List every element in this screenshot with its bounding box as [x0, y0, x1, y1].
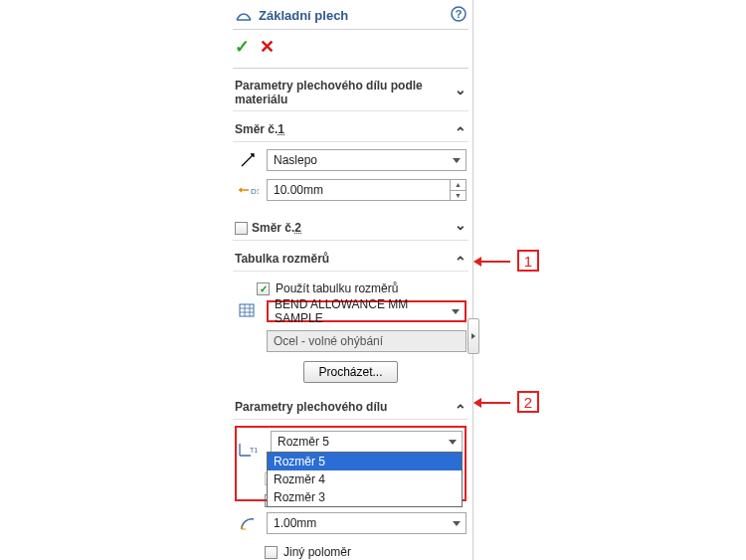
section-sheet-params: Parametry plechového dílu Rozměr 5 Rozmě… — [233, 393, 468, 560]
section-direction-1: Směr č. 1 Naslepo D1 10.00mm — [233, 115, 468, 210]
jiny-polomer-checkbox[interactable] — [265, 546, 278, 559]
end-condition-value: Naslepo — [274, 153, 317, 167]
ok-button[interactable]: ✓ — [235, 36, 250, 58]
property-panel: Základní plech ? ✓ ✕ Parametry plechovéh… — [229, 0, 473, 560]
callout-1: 1 — [517, 250, 539, 272]
size-option[interactable]: Rozměr 5 — [268, 453, 462, 470]
depth-spinbox[interactable]: 10.00mm ▲ ▼ — [267, 179, 466, 201]
size-select[interactable]: Rozměr 5 — [271, 431, 463, 453]
confirm-row: ✓ ✕ — [233, 30, 468, 69]
radius-select[interactable]: 1.00mm — [267, 512, 466, 534]
size-option[interactable]: Rozměr 4 — [268, 470, 462, 488]
sheet-params-body: Rozměr 5 Rozměr 5 Rozměr 4 Rozměr 3 T1 — [233, 420, 468, 560]
callout-arrow-2 — [474, 402, 510, 404]
sheet-params-title: Parametry plechového dílu — [235, 400, 387, 414]
callout-arrow-1 — [474, 261, 510, 263]
depth-value: 10.00mm — [274, 183, 323, 197]
depth-icon: D1 — [235, 178, 261, 202]
chevron-down-icon[interactable] — [455, 85, 466, 100]
chevron-down-icon[interactable] — [455, 220, 466, 236]
section-header-sheet-params[interactable]: Parametry plechového dílu — [233, 393, 468, 420]
direction1-title-prefix: Směr č. — [235, 122, 278, 136]
section-gauge-table: Tabulka rozměrů Použít tabulku rozměrů B… — [233, 245, 468, 389]
material-readonly: Ocel - volné ohýbání — [267, 330, 466, 352]
help-icon[interactable]: ? — [451, 6, 466, 25]
size-dropdown-list[interactable]: Rozměr 5 Rozměr 4 Rozměr 3 — [267, 452, 463, 507]
gauge-table-title: Tabulka rozměrů — [235, 252, 329, 266]
bend-radius-icon — [235, 511, 261, 535]
section-title-material-params: Parametry plechového dílu podle materiál… — [235, 79, 455, 106]
size-option[interactable]: Rozměr 3 — [268, 488, 462, 506]
callout-2-number: 2 — [524, 394, 532, 411]
cancel-button[interactable]: ✕ — [260, 36, 275, 58]
section-header-gauge-table[interactable]: Tabulka rozměrů — [233, 245, 468, 272]
gauge-table-body: Použít tabulku rozměrů BEND ALLOWANCE MM… — [233, 272, 468, 389]
direction2-title-number: 2 — [294, 221, 301, 235]
gauge-table-select[interactable]: BEND ALLOWANCE MM SAMPLE — [267, 300, 466, 322]
callout-2: 2 — [517, 391, 539, 413]
direction1-title-number: 1 — [278, 122, 284, 136]
use-table-label: Použít tabulku rozměrů — [276, 281, 398, 295]
chevron-up-icon[interactable] — [455, 251, 466, 267]
section-header-direction-1[interactable]: Směr č. 1 — [233, 115, 468, 142]
section-direction-2: Směr č. 2 — [233, 214, 468, 241]
end-condition-select[interactable]: Naslepo — [267, 149, 466, 171]
material-value: Ocel - volné ohýbání — [274, 334, 383, 348]
chevron-up-icon[interactable] — [455, 399, 466, 415]
panel-header: Základní plech ? — [233, 2, 468, 30]
table-icon — [235, 299, 261, 323]
spin-down-icon[interactable]: ▼ — [451, 191, 466, 201]
use-table-checkbox[interactable] — [257, 282, 270, 295]
callout-1-number: 1 — [524, 253, 532, 270]
size-highlight-box: Rozměr 5 Rozměr 5 Rozměr 4 Rozměr 3 — [235, 426, 466, 501]
direction2-title-prefix: Směr č. — [252, 221, 294, 235]
sheet-metal-icon — [235, 7, 253, 25]
panel-title: Základní plech — [259, 8, 348, 23]
depth-spin-buttons[interactable]: ▲ ▼ — [450, 180, 466, 200]
svg-text:?: ? — [456, 8, 463, 20]
size-selected-value: Rozměr 5 — [278, 435, 329, 449]
flip-direction-icon[interactable] — [235, 148, 261, 172]
gauge-table-value: BEND ALLOWANCE MM SAMPLE — [275, 297, 447, 325]
section-header-direction-2[interactable]: Směr č. 2 — [233, 214, 468, 241]
spin-up-icon[interactable]: ▲ — [451, 180, 466, 191]
spacer — [235, 329, 261, 353]
svg-text:D1: D1 — [251, 187, 259, 196]
chevron-up-icon[interactable] — [455, 121, 466, 137]
section-material-params: Parametry plechového dílu podle materiál… — [233, 73, 468, 111]
browse-button[interactable]: Procházet... — [303, 361, 397, 383]
svg-rect-3 — [240, 304, 254, 316]
section-header-material-params[interactable]: Parametry plechového dílu podle materiál… — [233, 73, 468, 111]
flyout-handle[interactable] — [467, 318, 479, 354]
jiny-polomer-label: Jiný poloměr — [283, 545, 351, 559]
direction2-checkbox[interactable] — [235, 222, 248, 235]
direction1-body: Naslepo D1 10.00mm ▲ ▼ — [233, 142, 468, 210]
radius-value: 1.00mm — [274, 516, 316, 530]
